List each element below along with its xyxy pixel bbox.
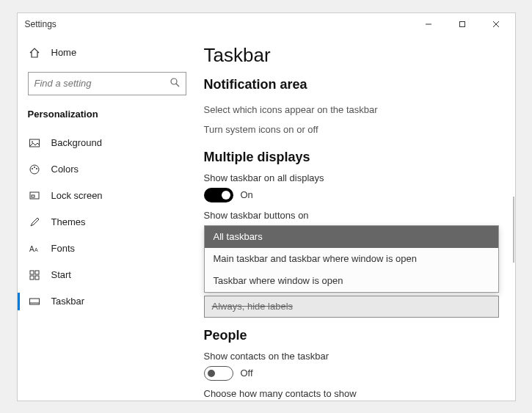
nav-label: Start xyxy=(51,269,71,280)
toggle-state-off: Off xyxy=(241,368,253,379)
sidebar-nav-group: Background Colors Lock screen Themes AA … xyxy=(18,130,197,315)
nav-home[interactable]: Home xyxy=(18,40,197,66)
font-icon: AA xyxy=(28,242,41,255)
sidebar-section-label: Personalization xyxy=(18,103,197,127)
settings-window: Settings Home xyxy=(17,12,516,401)
dropdown-option-all-taskbars[interactable]: All taskbars xyxy=(205,226,498,248)
nav-themes[interactable]: Themes xyxy=(18,209,197,235)
svg-rect-18 xyxy=(30,276,34,279)
nav-background[interactable]: Background xyxy=(18,130,197,156)
nav-label: Taskbar xyxy=(51,296,85,307)
show-buttons-on-label: Show taskbar buttons on xyxy=(204,210,499,221)
system-icons-link[interactable]: Turn system icons on or off xyxy=(204,120,499,139)
svg-rect-16 xyxy=(30,271,34,274)
dropdown-option-window-open[interactable]: Taskbar where window is open xyxy=(205,270,498,292)
nav-lock-screen[interactable]: Lock screen xyxy=(18,183,197,209)
home-icon xyxy=(28,46,41,59)
svg-rect-1 xyxy=(459,21,464,26)
svg-point-9 xyxy=(32,168,33,169)
show-all-displays-label: Show taskbar on all displays xyxy=(204,172,499,183)
start-icon xyxy=(28,268,41,282)
show-contacts-toggle-row: Off xyxy=(204,366,499,381)
select-icons-link[interactable]: Select which icons appear on the taskbar xyxy=(204,100,499,120)
svg-line-5 xyxy=(176,84,179,87)
window-controls xyxy=(412,14,512,34)
show-contacts-toggle[interactable] xyxy=(204,366,233,381)
choose-contacts-label: Choose how many contacts to show xyxy=(204,388,499,399)
svg-point-7 xyxy=(32,141,33,142)
svg-point-8 xyxy=(30,165,39,174)
svg-rect-20 xyxy=(29,299,39,304)
svg-rect-19 xyxy=(35,276,39,279)
nav-label: Colors xyxy=(51,164,79,175)
titlebar: Settings xyxy=(18,13,515,35)
brush-icon xyxy=(28,216,41,229)
minimize-button[interactable] xyxy=(412,14,445,34)
search-input[interactable] xyxy=(34,78,170,89)
combine-buttons-dropdown[interactable]: Always, hide labels xyxy=(204,296,499,318)
search-box[interactable] xyxy=(28,72,186,95)
nav-label: Themes xyxy=(51,216,86,227)
window-title: Settings xyxy=(25,19,57,29)
svg-rect-13 xyxy=(32,195,34,197)
dropdown-option-main-and-window[interactable]: Main taskbar and taskbar where window is… xyxy=(205,248,498,270)
lock-screen-icon xyxy=(28,189,41,202)
palette-icon xyxy=(28,163,41,176)
svg-point-10 xyxy=(34,167,35,168)
toggle-state-on: On xyxy=(241,189,253,200)
nav-start[interactable]: Start xyxy=(18,262,197,288)
nav-fonts[interactable]: AA Fonts xyxy=(18,235,197,262)
sidebar: Home Personalization Background xyxy=(18,35,197,401)
nav-label: Fonts xyxy=(51,243,76,254)
show-all-displays-toggle-row: On xyxy=(204,188,499,202)
svg-point-11 xyxy=(36,168,37,169)
taskbar-icon xyxy=(28,295,41,308)
combine-buttons-value: Always, hide labels xyxy=(212,301,294,312)
close-button[interactable] xyxy=(480,14,512,34)
notification-area-heading: Notification area xyxy=(204,77,499,92)
scrollbar[interactable] xyxy=(513,197,514,263)
show-buttons-dropdown-listbox[interactable]: All taskbars Main taskbar and taskbar wh… xyxy=(204,225,499,293)
picture-icon xyxy=(28,136,41,150)
svg-text:A: A xyxy=(29,245,34,253)
svg-text:A: A xyxy=(34,247,38,252)
show-contacts-label: Show contacts on the taskbar xyxy=(204,351,499,362)
page-title: Taskbar xyxy=(204,44,499,67)
show-all-displays-toggle[interactable] xyxy=(204,188,233,202)
content-pane: Taskbar Notification area Select which i… xyxy=(197,35,515,401)
nav-taskbar[interactable]: Taskbar xyxy=(18,288,197,315)
nav-colors[interactable]: Colors xyxy=(18,156,197,183)
people-heading: People xyxy=(204,328,499,343)
body: Home Personalization Background xyxy=(18,35,515,401)
nav-home-label: Home xyxy=(51,47,77,58)
maximize-button[interactable] xyxy=(446,14,478,34)
nav-label: Lock screen xyxy=(51,190,103,201)
nav-label: Background xyxy=(51,137,102,148)
svg-point-4 xyxy=(171,78,177,84)
search-wrap xyxy=(18,66,197,103)
svg-rect-17 xyxy=(35,271,39,274)
multiple-displays-heading: Multiple displays xyxy=(204,150,499,165)
search-icon xyxy=(170,77,180,89)
